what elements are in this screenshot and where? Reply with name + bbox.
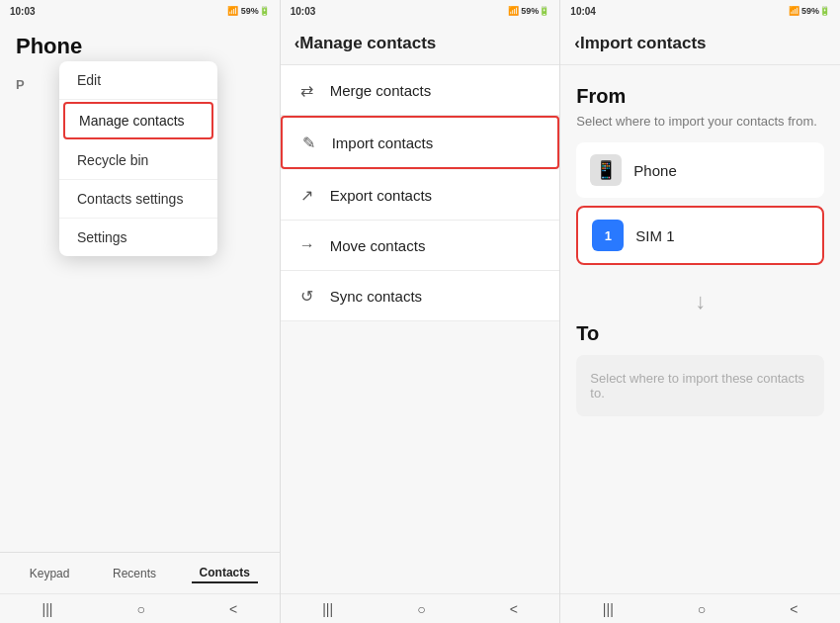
dropdown-settings[interactable]: Settings — [59, 219, 217, 256]
status-bar-3: 10:04 📶 59%🔋 — [560, 0, 840, 22]
manage-merge[interactable]: ⇄ Merge contacts — [281, 65, 560, 116]
option-sim1[interactable]: 1 SIM 1 — [576, 206, 824, 265]
nav-back-3[interactable]: < — [778, 597, 809, 621]
nav-home-1[interactable]: ○ — [125, 597, 156, 621]
import-label: Import contacts — [332, 134, 434, 151]
arrow-down: ↓ — [560, 281, 840, 322]
manage-import[interactable]: ✎ Import contacts — [281, 116, 560, 169]
import-header: ‹ Import contacts — [560, 22, 840, 65]
import-content: From Select where to import your contact… — [560, 65, 840, 593]
nav-back-1[interactable]: < — [217, 597, 249, 621]
sim-icon: 1 — [592, 220, 624, 251]
move-icon: → — [296, 234, 318, 256]
to-section: To Select where to import these contacts… — [560, 322, 840, 416]
manage-content: ⇄ Merge contacts ✎ Import contacts ↗ Exp… — [281, 65, 560, 593]
system-nav-3: ||| ○ < — [560, 593, 840, 623]
manage-export[interactable]: ↗ Export contacts — [281, 170, 560, 221]
import-contacts-screen: 10:04 📶 59%🔋 ‹ Import contacts From Sele… — [560, 0, 840, 623]
manage-title: Manage contacts — [299, 34, 436, 53]
tab-keypad[interactable]: Keypad — [22, 565, 78, 582]
dropdown-manage-contacts[interactable]: Manage contacts — [63, 102, 213, 139]
time-1: 10:03 — [10, 6, 36, 17]
nav-menu-1[interactable]: ||| — [31, 597, 65, 621]
dropdown-edit[interactable]: Edit — [59, 61, 217, 100]
nav-back-2[interactable]: < — [498, 597, 530, 621]
nav-menu-3[interactable]: ||| — [591, 597, 626, 621]
time-2: 10:03 — [291, 6, 316, 17]
phone-title: Phone — [0, 22, 280, 65]
status-bar-1: 10:03 📶 59%🔋 — [0, 0, 280, 22]
import-icon: ✎ — [298, 132, 320, 153]
nav-home-3[interactable]: ○ — [686, 597, 717, 621]
system-nav-1: ||| ○ < — [0, 593, 280, 623]
dropdown-contacts-settings[interactable]: Contacts settings — [59, 180, 217, 219]
from-desc: Select where to import your contacts fro… — [576, 114, 824, 129]
to-title: To — [576, 322, 824, 345]
status-bar-2: 10:03 📶 59%🔋 — [281, 0, 560, 22]
manage-sync[interactable]: ↺ Sync contacts — [281, 271, 560, 321]
phone-option-label: Phone — [633, 162, 676, 179]
tab-contacts[interactable]: Contacts — [192, 564, 258, 583]
time-3: 10:04 — [570, 6, 596, 17]
right-icons-1: 📶 59%🔋 — [227, 6, 270, 16]
nav-home-2[interactable]: ○ — [405, 597, 437, 621]
from-section: From Select where to import your contact… — [560, 65, 840, 281]
sync-icon: ↺ — [296, 285, 318, 307]
manage-move[interactable]: → Move contacts — [281, 221, 560, 271]
right-icons-2: 📶 59%🔋 — [508, 6, 550, 16]
merge-label: Merge contacts — [330, 82, 432, 99]
from-title: From — [576, 85, 824, 108]
tab-recents[interactable]: Recents — [105, 565, 164, 582]
right-icons-3: 📶 59%🔋 — [789, 6, 831, 16]
phone-screen: 10:03 📶 59%🔋 Phone P Edit Manage contact… — [0, 0, 281, 623]
system-nav-2: ||| ○ < — [281, 593, 560, 623]
export-icon: ↗ — [296, 184, 318, 206]
manage-contacts-screen: 10:03 📶 59%🔋 ‹ Manage contacts ⇄ Merge c… — [281, 0, 561, 623]
dropdown-recycle-bin[interactable]: Recycle bin — [59, 141, 217, 180]
option-phone[interactable]: 📱 Phone — [576, 142, 824, 198]
sync-label: Sync contacts — [330, 288, 422, 305]
to-placeholder-text: Select where to import these contacts to… — [576, 355, 824, 416]
bottom-nav-1: Keypad Recents Contacts — [0, 552, 280, 593]
import-title: Import contacts — [580, 34, 707, 53]
nav-menu-2[interactable]: ||| — [310, 597, 345, 621]
move-label: Move contacts — [330, 237, 426, 254]
manage-header: ‹ Manage contacts — [281, 22, 560, 65]
merge-icon: ⇄ — [296, 79, 318, 101]
export-label: Export contacts — [330, 187, 432, 204]
phone-device-icon: 📱 — [590, 154, 622, 186]
dropdown-menu: Edit Manage contacts Recycle bin Contact… — [59, 61, 217, 256]
sim-option-label: SIM 1 — [635, 227, 674, 244]
